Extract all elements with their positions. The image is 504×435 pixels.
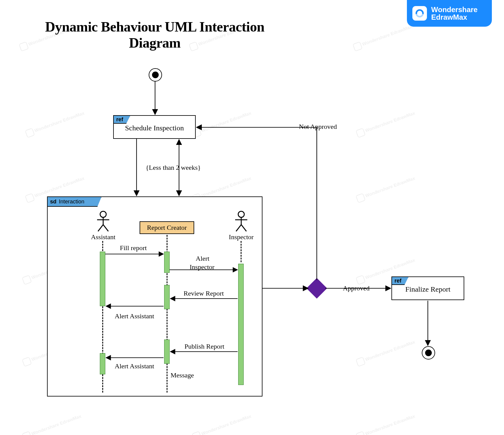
msg-fill-report: Fill report [120, 244, 147, 252]
activation-rc-1 [164, 252, 170, 273]
lifeline-inspector [241, 241, 242, 262]
initial-node [149, 68, 162, 82]
watermark: Wondershare EdrawMax [353, 23, 414, 52]
wondershare-logo-icon [412, 6, 427, 21]
msg-review-report: Review Report [184, 289, 224, 297]
object-report-creator: Report Creator [140, 221, 194, 234]
msg-publish-report: Publish Report [184, 343, 224, 350]
watermark: Wondershare EdrawMax [192, 109, 253, 138]
activation-inspector [238, 264, 244, 385]
stick-figure-icon [96, 211, 111, 232]
final-node [422, 346, 435, 360]
decision-node [306, 278, 327, 299]
watermark: Wondershare EdrawMax [356, 413, 417, 435]
branch-not-approved: Not Approved [299, 123, 337, 131]
activation-rc-2 [164, 285, 170, 309]
finalize-report-label: Finalize Report [392, 277, 464, 299]
svg-line-9 [241, 225, 246, 231]
wondershare-badge: Wondershare EdrawMax [407, 0, 492, 27]
msg-alert-inspector-1: Alert [196, 255, 209, 263]
msg-alert-inspector-2: Inspector [190, 263, 215, 271]
actor-assistant: Assistant [85, 211, 121, 241]
watermark: Wondershare EdrawMax [356, 109, 417, 138]
watermark: Wondershare EdrawMax [25, 109, 86, 138]
svg-point-5 [238, 211, 244, 217]
activation-rc-3 [164, 340, 170, 364]
watermark: Wondershare EdrawMax [356, 175, 417, 203]
branch-approved: Approved [343, 284, 370, 292]
msg-alert-assistant-2: Alert Assistant [115, 362, 154, 370]
sd-prefix: sd [50, 199, 56, 205]
watermark: Wondershare EdrawMax [356, 338, 417, 367]
brand-line1: Wondershare [431, 6, 478, 13]
msg-message: Message [171, 371, 194, 379]
sd-frame-tag: sd Interaction [47, 196, 102, 207]
finalize-report-box: ref Finalize Report [391, 276, 464, 300]
msg-alert-assistant-1: Alert Assistant [115, 312, 154, 320]
stick-figure-icon [234, 211, 249, 232]
svg-point-0 [100, 211, 106, 217]
watermark: Wondershare EdrawMax [22, 413, 83, 435]
activation-assistant-2 [100, 353, 105, 374]
actor-inspector: Inspector [223, 211, 259, 241]
svg-line-8 [236, 225, 241, 231]
svg-line-4 [103, 225, 108, 231]
actor-inspector-label: Inspector [223, 233, 259, 241]
guard-constraint: {Less than 2 weeks} [146, 164, 201, 172]
activation-assistant-1 [100, 252, 105, 306]
diagram-canvas: Wondershare EdrawMax Wondershare EdrawMa… [0, 0, 504, 435]
schedule-inspection-label: Schedule Inspection [114, 116, 195, 138]
actor-assistant-label: Assistant [85, 233, 121, 241]
watermark: Wondershare EdrawMax [192, 413, 253, 435]
brand-line2: EdrawMax [431, 13, 478, 21]
sd-label: Interaction [59, 199, 84, 205]
svg-line-3 [98, 225, 103, 231]
schedule-inspection-box: ref Schedule Inspection [113, 115, 196, 139]
diagram-title: Dynamic Behaviour UML Interaction Diagra… [39, 19, 270, 51]
